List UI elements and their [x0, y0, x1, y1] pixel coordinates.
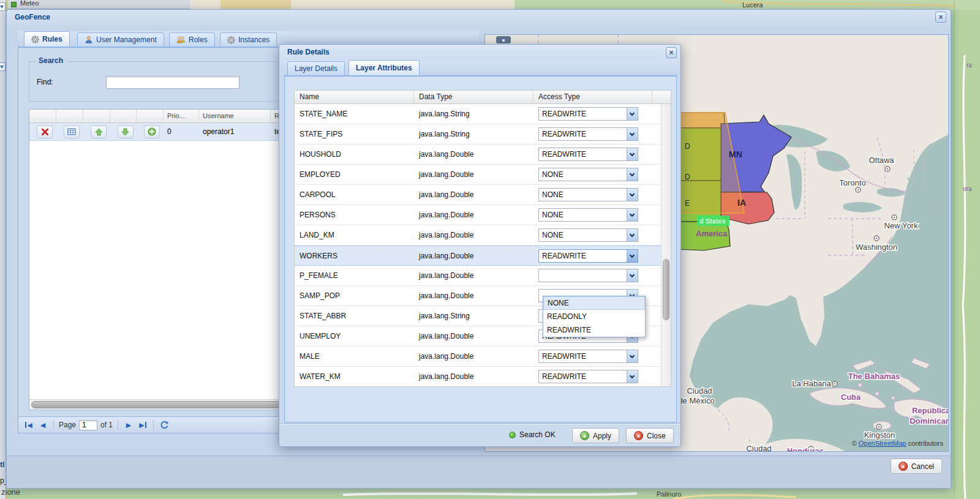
access-combo[interactable]: READWRITE [538, 370, 638, 383]
chevron-down-icon[interactable] [627, 269, 638, 282]
add-rule-button[interactable] [144, 126, 160, 138]
refresh-icon [160, 421, 169, 430]
access-combo[interactable]: NONE [538, 208, 638, 222]
move-down-button[interactable] [118, 126, 134, 138]
delete-rule-button[interactable] [37, 126, 53, 138]
chevron-down-icon[interactable] [627, 189, 638, 201]
access-combo-open[interactable]: READWRITE [538, 249, 638, 263]
find-input[interactable] [106, 76, 239, 89]
table-row[interactable]: STATE_FIPSjava.lang.String READWRITE [295, 124, 662, 144]
prev-page-button[interactable]: ◀ [37, 419, 48, 430]
dropdown-option-readonly[interactable]: READONLY [543, 310, 645, 323]
table-row[interactable]: HOUSHOLDjava.lang.Double READWRITE [295, 144, 662, 165]
geofence-window-title: GeoFence [15, 13, 50, 21]
access-combo[interactable]: READWRITE [538, 127, 638, 141]
rule-details-button[interactable] [64, 126, 80, 138]
users-icon [176, 36, 186, 44]
meteo-window-title: Meteo [20, 0, 39, 7]
rule-details-footer: Search OK + Apply × Close [279, 423, 680, 446]
access-combo[interactable]: NONE [538, 168, 638, 181]
access-combo[interactable]: READWRITE [538, 107, 638, 121]
next-page-button[interactable]: ▶ [123, 419, 134, 430]
scrollbar-thumb[interactable] [663, 259, 669, 320]
mexico-label-2: de México [678, 396, 714, 405]
add-icon [148, 127, 156, 136]
tab-roles[interactable]: Roles [169, 32, 215, 47]
access-combo[interactable]: READWRITE [538, 350, 638, 363]
table-row[interactable]: PERSONSjava.lang.Double NONE [295, 205, 662, 225]
background-window-meteo: Meteo [8, 0, 190, 9]
refresh-button[interactable] [159, 419, 170, 430]
access-combo[interactable]: NONE [538, 188, 638, 201]
dropdown-option-none[interactable]: NONE [543, 296, 645, 310]
openstreetmap-link[interactable]: OpenStreetMap [859, 440, 907, 447]
chevron-down-icon[interactable] [627, 209, 638, 221]
col-action-5[interactable] [137, 110, 164, 122]
tree-expander-icon[interactable] [0, 2, 6, 11]
table-row[interactable]: P_FEMALEjava.lang.Double [295, 266, 662, 286]
cancel-button[interactable]: × Cancel [891, 459, 942, 474]
chevron-down-icon[interactable] [627, 128, 638, 140]
dominicana-label: Dominicana [910, 416, 949, 426]
bg-palinuro-label: Palinuro [657, 490, 681, 498]
table-row-selected[interactable]: WORKERSjava.lang.Double READWRITE [295, 246, 662, 266]
access-combo[interactable]: NONE [538, 228, 638, 242]
col-data-type[interactable]: Data Type [414, 91, 533, 103]
tab-layer-details[interactable]: Layer Details [287, 61, 345, 75]
chevron-down-icon[interactable] [627, 148, 638, 160]
user-icon [85, 36, 93, 44]
dropdown-option-readwrite[interactable]: READWRITE [543, 323, 645, 337]
col-username[interactable]: Username [199, 110, 271, 122]
chevron-down-icon[interactable] [627, 370, 638, 383]
map-zoom-control[interactable] [496, 36, 511, 43]
table-row[interactable]: EMPLOYEDjava.lang.Double NONE [295, 165, 662, 185]
chevron-down-icon[interactable] [627, 350, 638, 362]
table-icon [67, 128, 76, 135]
rule-details-dialog: Rule Details × Layer Details Layer Attri… [279, 44, 681, 447]
find-label: Find: [37, 78, 53, 86]
status-label: Search OK [519, 430, 556, 439]
apply-button[interactable]: + Apply [572, 428, 619, 443]
col-action-1[interactable] [29, 110, 56, 122]
ia-label: IA [737, 198, 746, 208]
col-access-type[interactable]: Access Type [533, 91, 652, 103]
close-button[interactable]: × Close [626, 428, 674, 443]
rule-details-tabbar: Layer Details Layer Attributes [284, 61, 677, 76]
delete-icon [41, 128, 49, 136]
kingston-label: Kingston [864, 430, 895, 440]
col-priority[interactable]: Prio... [164, 110, 199, 122]
cancel-icon: × [899, 462, 908, 471]
close-icon[interactable]: × [666, 47, 677, 58]
col-action-4[interactable] [110, 110, 137, 122]
col-action-2[interactable] [56, 110, 83, 122]
chevron-down-icon[interactable] [627, 250, 638, 262]
vertical-scrollbar[interactable] [661, 104, 671, 387]
chevron-down-icon[interactable] [627, 229, 638, 241]
rule-details-title: Rule Details [287, 48, 330, 56]
chevron-down-icon[interactable] [627, 108, 638, 120]
table-row[interactable]: LAND_KMjava.lang.Double NONE [295, 225, 662, 246]
toolbar-separator [118, 420, 118, 430]
last-page-button[interactable]: ▶ [137, 419, 148, 430]
tree-expander-icon[interactable] [0, 62, 6, 71]
col-action-3[interactable] [83, 110, 110, 122]
table-row[interactable]: STATE_NAMEjava.lang.String READWRITE [295, 104, 662, 124]
access-combo[interactable] [538, 269, 638, 282]
jamaica-island [873, 421, 891, 430]
col-name[interactable]: Name [295, 91, 414, 103]
access-combo[interactable]: READWRITE [538, 148, 638, 161]
tab-user-management[interactable]: User Management [77, 32, 164, 47]
table-row[interactable]: MALEjava.lang.Double READWRITE [295, 347, 662, 367]
page-label: Page [59, 421, 76, 429]
table-row[interactable]: WATER_KMjava.lang.Double READWRITE [295, 367, 662, 387]
table-row[interactable]: CARPOOLjava.lang.Double NONE [295, 185, 662, 205]
first-page-button[interactable]: ◀ [23, 419, 34, 430]
close-icon[interactable]: × [935, 12, 946, 23]
chevron-down-icon[interactable] [627, 168, 638, 181]
cell-username: operator1 [199, 123, 271, 140]
page-number-input[interactable] [79, 420, 97, 430]
tab-rules[interactable]: Rules [24, 31, 70, 47]
tab-instances[interactable]: Instances [220, 32, 277, 47]
move-up-button[interactable] [91, 126, 107, 138]
tab-layer-attributes[interactable]: Layer Attributes [349, 60, 420, 75]
